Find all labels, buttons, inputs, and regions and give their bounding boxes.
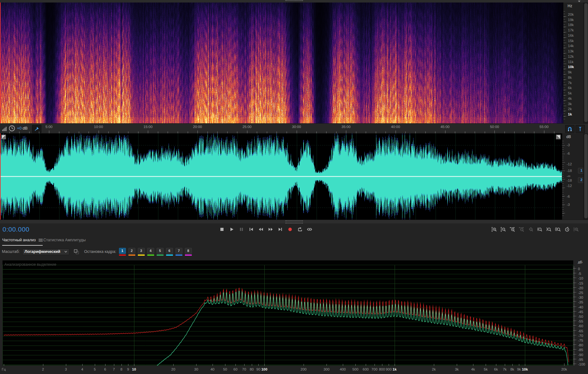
freq-axis-label: 50	[223, 367, 227, 371]
frequency-ruler[interactable]: Hz 20k19k18k17k16k15k14k13k12k11k10k9k8k…	[563, 3, 584, 123]
copy-graph-icon[interactable]	[74, 249, 79, 254]
freq-ruler-label: 9k	[568, 70, 572, 74]
hold-frame-group: 8	[185, 248, 192, 256]
db-ruler-label: -12	[567, 184, 572, 188]
marker-button[interactable]	[575, 125, 585, 133]
timeline-label: 45:00	[440, 125, 450, 129]
playhead[interactable]	[0, 133, 1, 220]
level-meter-icon[interactable]	[2, 126, 8, 131]
freq-axis-label: 60	[234, 367, 238, 371]
freq-axis-tick	[355, 364, 356, 366]
tab-amplitude-statistics[interactable]: Статистика Амплитуды	[43, 238, 86, 245]
tab-frequency-analysis[interactable]: Частотный анализ	[2, 238, 43, 246]
grip-dots-icon	[285, 221, 303, 223]
pin-button[interactable]	[32, 125, 41, 133]
db-axis-unit: дБ	[578, 260, 582, 264]
db-axis-label: -95	[578, 358, 583, 361]
freq-axis-label: 8	[121, 367, 122, 371]
timeline-label: 15:00	[143, 125, 153, 129]
hold-frame-group: 6	[166, 248, 173, 256]
spectrogram-display[interactable]	[0, 3, 563, 123]
snap-magnet-button[interactable]	[565, 125, 575, 133]
transport-bar: 0:00.000	[0, 223, 588, 236]
transport-goto-start-button[interactable]	[247, 225, 255, 233]
waveform-display[interactable]	[0, 133, 562, 220]
zoom-amplitude-reset-button	[572, 225, 580, 233]
frequency-analysis-plot[interactable]	[3, 260, 573, 366]
transport-rewind-button[interactable]	[257, 225, 265, 233]
transport-loop-button[interactable]	[296, 225, 304, 233]
hold-frame-6-button[interactable]: 6	[166, 248, 173, 254]
freq-axis-tick	[375, 364, 375, 366]
panel-menu-icon[interactable]	[39, 238, 43, 242]
freq-axis-label: 700	[371, 367, 377, 371]
amplitude-ruler[interactable]: dB -3-6-12-18-∞-18-12-6-3 12	[562, 133, 584, 220]
db-axis[interactable]: дБ 0-5-10-15-20-25-30-35-40-45-50-55-60-…	[573, 260, 588, 367]
freq-axis-tick	[519, 364, 519, 366]
gain-value[interactable]: +0	[17, 126, 22, 131]
timeline-label: 50:00	[490, 125, 499, 129]
waveform-scrollbar[interactable]	[583, 133, 588, 220]
freq-ruler-label: 1k	[568, 112, 572, 116]
freq-axis-tick	[366, 364, 366, 366]
zoom-selection-left-button[interactable]	[536, 225, 544, 233]
freq-axis-tick	[213, 364, 213, 366]
scrollbar-thumb[interactable]	[584, 3, 588, 122]
hold-frame-8-button[interactable]: 8	[185, 248, 192, 254]
scale-select[interactable]: Логарифмический	[22, 248, 69, 255]
split-view-grabber[interactable]	[1, 135, 6, 139]
freq-axis-label: 2k	[432, 367, 436, 371]
hold-frame-color-bar	[166, 254, 173, 256]
db-axis-label: -60	[578, 324, 583, 328]
transport-record-button[interactable]	[286, 225, 294, 233]
hold-frame-3-button[interactable]: 3	[138, 248, 145, 254]
transport-goto-end-button[interactable]	[276, 225, 284, 233]
timeline-ruler[interactable]: +0 dB 5:0010:0015:0020:0025:0030:0035:00…	[0, 123, 588, 134]
freq-axis-label: 10k	[522, 367, 528, 371]
freq-axis-tick	[486, 364, 486, 366]
freq-axis-label: 4k	[471, 367, 475, 371]
hold-frame-7-button[interactable]: 7	[175, 248, 182, 254]
frequency-ruler-unit: Hz	[568, 4, 572, 8]
split-view-grabber[interactable]	[556, 135, 561, 139]
playhead-time-display[interactable]: 0:00.000	[3, 226, 30, 233]
zoom-in-vertical-button[interactable]	[490, 225, 498, 233]
chevron-down-icon[interactable]	[578, 1, 580, 2]
transport-pause-button[interactable]	[237, 225, 245, 233]
db-axis-label: -85	[578, 348, 583, 352]
freq-axis-tick	[82, 364, 83, 366]
ruler-ticks	[573, 268, 576, 366]
tab-label: Статистика Амплитуды	[43, 238, 86, 242]
zoom-out-vertical-button[interactable]	[499, 225, 507, 233]
playhead[interactable]	[0, 3, 1, 123]
freq-axis-label: 20	[171, 367, 175, 371]
hold-frame-1-button[interactable]: 1	[119, 248, 126, 254]
scale-select-value: Логарифмический	[24, 249, 60, 254]
zoom-in-horizontal-button[interactable]	[508, 225, 516, 233]
freq-axis-label: 400	[340, 367, 346, 371]
transport-skip-selection-button[interactable]	[305, 225, 314, 233]
hold-frame-group: 2	[128, 248, 135, 256]
history-clock-button[interactable]	[563, 225, 571, 233]
freq-axis-label: 2	[42, 367, 44, 371]
freq-axis-label: 30	[194, 367, 198, 371]
db-ruler-label: -∞	[567, 174, 570, 178]
scale-label: Масштаб:	[2, 249, 20, 254]
freq-axis-tick	[564, 363, 564, 366]
timeline-tick	[445, 131, 445, 133]
spectrogram-scrollbar[interactable]	[583, 3, 588, 123]
transport-fast-forward-button[interactable]	[267, 225, 275, 233]
transport-stop-button[interactable]	[218, 225, 226, 233]
transport-play-button[interactable]	[228, 225, 236, 233]
hold-frame-2-button[interactable]: 2	[128, 248, 135, 254]
db-ruler-label: -12	[567, 162, 572, 166]
zoom-selection-button[interactable]	[554, 225, 562, 233]
hold-frame-5-button[interactable]: 5	[157, 248, 164, 254]
zoom-selection-right-button[interactable]	[545, 225, 553, 233]
clock-icon[interactable]	[8, 125, 15, 132]
freq-ruler-label: 19k	[568, 18, 574, 22]
scrollbar-thumb[interactable]	[584, 134, 588, 218]
freq-ruler-label: 2k	[568, 107, 572, 111]
timeline-label: 10:00	[94, 125, 103, 129]
hold-frame-4-button[interactable]: 4	[147, 248, 154, 254]
